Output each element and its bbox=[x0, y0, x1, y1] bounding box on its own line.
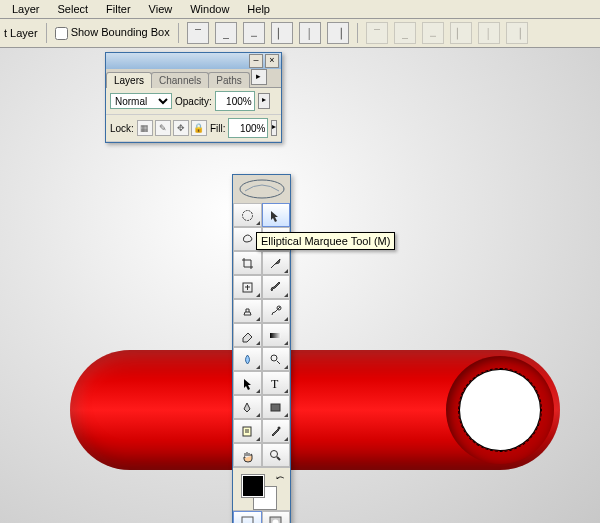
move-tool-tool[interactable] bbox=[262, 203, 291, 227]
blur-tool-icon bbox=[240, 352, 255, 367]
rectangular-marquee-tool[interactable] bbox=[233, 203, 262, 227]
menu-layer[interactable]: Layer bbox=[4, 1, 48, 17]
pen-tool-tool[interactable] bbox=[233, 395, 262, 419]
flyout-indicator-icon bbox=[284, 365, 288, 369]
divider bbox=[178, 23, 179, 43]
flyout-indicator-icon bbox=[256, 437, 260, 441]
eyedropper-tool[interactable] bbox=[262, 419, 291, 443]
dodge-tool-tool[interactable] bbox=[262, 347, 291, 371]
healing-brush-tool[interactable] bbox=[233, 275, 262, 299]
dist-btn-6[interactable]: ▕ bbox=[506, 22, 528, 44]
fill-label: Fill: bbox=[210, 123, 226, 134]
zoom-tool-tool[interactable] bbox=[262, 443, 291, 467]
align-btn-5[interactable]: │ bbox=[299, 22, 321, 44]
type-tool-icon: T bbox=[268, 376, 283, 391]
type-tool-tool[interactable]: T bbox=[262, 371, 291, 395]
healing-brush-icon bbox=[240, 280, 255, 295]
blend-opacity-row: Normal Opacity: ▸ bbox=[106, 88, 281, 115]
shape-tool-icon bbox=[268, 400, 283, 415]
clone-stamp-tool[interactable] bbox=[233, 299, 262, 323]
show-bounding-box-checkbox[interactable]: Show Bounding Box bbox=[55, 26, 170, 40]
mask-mode-row bbox=[233, 510, 290, 523]
flyout-indicator-icon bbox=[284, 293, 288, 297]
photoshop-logo-icon bbox=[237, 177, 287, 201]
brush-tool-tool[interactable] bbox=[262, 275, 291, 299]
notes-tool-icon bbox=[240, 424, 255, 439]
fill-input[interactable] bbox=[228, 118, 268, 138]
flyout-indicator-icon bbox=[256, 293, 260, 297]
lock-position-icon[interactable]: ✥ bbox=[173, 120, 189, 136]
dist-btn-2[interactable]: ⎯ bbox=[394, 22, 416, 44]
panel-titlebar[interactable]: – × bbox=[106, 53, 281, 69]
canvas[interactable] bbox=[0, 48, 600, 523]
path-select-tool[interactable] bbox=[233, 371, 262, 395]
color-swatches: ⤺ bbox=[233, 467, 290, 510]
flyout-indicator-icon bbox=[284, 317, 288, 321]
elliptical-selection bbox=[460, 370, 540, 450]
blur-tool-tool[interactable] bbox=[233, 347, 262, 371]
toolbox-header[interactable] bbox=[233, 175, 290, 203]
menu-select[interactable]: Select bbox=[50, 1, 97, 17]
pen-tool-icon bbox=[240, 400, 255, 415]
dist-btn-3[interactable]: ⎽ bbox=[422, 22, 444, 44]
crop-tool-icon bbox=[240, 256, 255, 271]
opacity-flyout-icon[interactable]: ▸ bbox=[258, 93, 270, 109]
svg-point-0 bbox=[240, 180, 284, 198]
shape-tool-tool[interactable] bbox=[262, 395, 291, 419]
flyout-indicator-icon bbox=[256, 341, 260, 345]
opacity-label: Opacity: bbox=[175, 96, 212, 107]
flyout-indicator-icon bbox=[256, 413, 260, 417]
quickmask-mode-icon[interactable] bbox=[262, 511, 291, 523]
lock-transparency-icon[interactable]: ▦ bbox=[137, 120, 153, 136]
flyout-indicator-icon bbox=[284, 413, 288, 417]
align-btn-1[interactable]: ⎺ bbox=[187, 22, 209, 44]
svg-point-11 bbox=[271, 450, 278, 457]
lock-icons: ▦ ✎ ✥ 🔒 bbox=[137, 120, 207, 136]
foreground-color-swatch[interactable] bbox=[241, 474, 265, 498]
align-btn-3[interactable]: ⎽ bbox=[243, 22, 265, 44]
dist-btn-5[interactable]: │ bbox=[478, 22, 500, 44]
standard-mode-icon[interactable] bbox=[233, 511, 262, 523]
eraser-tool-tool[interactable] bbox=[233, 323, 262, 347]
history-brush-icon bbox=[268, 304, 283, 319]
fill-flyout-icon[interactable]: ▸ bbox=[271, 120, 277, 136]
hand-tool-tool[interactable] bbox=[233, 443, 262, 467]
menu-window[interactable]: Window bbox=[182, 1, 237, 17]
lock-all-icon[interactable]: 🔒 bbox=[191, 120, 207, 136]
tab-channels[interactable]: Channels bbox=[151, 72, 209, 88]
dist-btn-1[interactable]: ⎺ bbox=[366, 22, 388, 44]
menu-help[interactable]: Help bbox=[239, 1, 278, 17]
history-brush-tool[interactable] bbox=[262, 299, 291, 323]
slice-tool-tool[interactable] bbox=[262, 251, 291, 275]
align-btn-4[interactable]: ▏ bbox=[271, 22, 293, 44]
swap-colors-icon[interactable]: ⤺ bbox=[276, 472, 284, 483]
menu-view[interactable]: View bbox=[141, 1, 181, 17]
hand-tool-icon bbox=[240, 448, 255, 463]
svg-rect-8 bbox=[271, 404, 280, 411]
crop-tool-tool[interactable] bbox=[233, 251, 262, 275]
options-bar: t Layer Show Bounding Box ⎺ ⎯ ⎽ ▏ │ ▕ ⎺ … bbox=[0, 19, 600, 48]
panel-menu-icon[interactable]: ▸ bbox=[251, 69, 267, 85]
menu-filter[interactable]: Filter bbox=[98, 1, 138, 17]
tab-paths[interactable]: Paths bbox=[208, 72, 250, 88]
flyout-indicator-icon bbox=[284, 341, 288, 345]
flyout-indicator-icon bbox=[256, 365, 260, 369]
notes-tool-tool[interactable] bbox=[233, 419, 262, 443]
gradient-tool-tool[interactable] bbox=[262, 323, 291, 347]
align-btn-6[interactable]: ▕ bbox=[327, 22, 349, 44]
move-tool-icon bbox=[268, 208, 283, 223]
svg-point-1 bbox=[242, 210, 252, 220]
svg-point-6 bbox=[271, 355, 277, 361]
tool-tooltip: Elliptical Marquee Tool (M) bbox=[256, 232, 395, 250]
menu-bar: Layer Select Filter View Window Help bbox=[0, 0, 600, 19]
dist-btn-4[interactable]: ▏ bbox=[450, 22, 472, 44]
tab-layers[interactable]: Layers bbox=[106, 72, 152, 88]
flyout-indicator-icon bbox=[284, 389, 288, 393]
opacity-input[interactable] bbox=[215, 91, 255, 111]
align-btn-2[interactable]: ⎯ bbox=[215, 22, 237, 44]
gradient-tool-icon bbox=[268, 328, 283, 343]
panel-minimize-icon[interactable]: – bbox=[249, 54, 263, 68]
blend-mode-select[interactable]: Normal bbox=[110, 93, 172, 109]
lock-pixels-icon[interactable]: ✎ bbox=[155, 120, 171, 136]
panel-close-icon[interactable]: × bbox=[265, 54, 279, 68]
